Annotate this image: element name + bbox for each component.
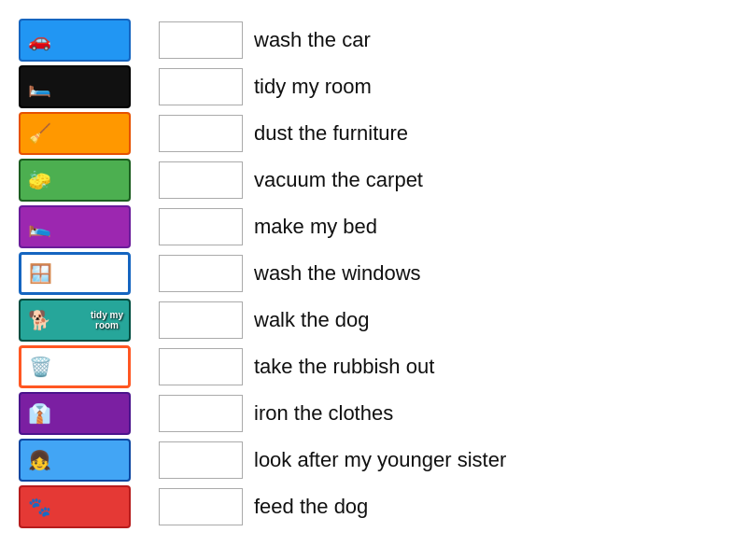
- card-feed-dog[interactable]: 🐾: [19, 485, 131, 528]
- match-row-5: wash the windows: [159, 252, 728, 295]
- image-column: 🚗🛏️🧹🧽🛌🪟🐕tidy my room🗑️👔👧🐾: [19, 19, 140, 528]
- match-row-3: vacuum the carpet: [159, 159, 728, 202]
- match-label-0: wash the car: [254, 28, 371, 52]
- drop-box-3[interactable]: [159, 161, 243, 199]
- match-label-10: feed the dog: [254, 495, 368, 519]
- match-row-10: feed the dog: [159, 485, 728, 528]
- match-row-1: tidy my room: [159, 65, 728, 108]
- match-row-4: make my bed: [159, 205, 728, 248]
- drop-box-4[interactable]: [159, 208, 243, 245]
- match-row-6: walk the dog: [159, 299, 728, 342]
- match-row-9: look after my younger sister: [159, 439, 728, 482]
- drop-box-6[interactable]: [159, 301, 243, 339]
- match-label-6: walk the dog: [254, 308, 370, 332]
- match-row-0: wash the car: [159, 19, 728, 62]
- card-younger-sister[interactable]: 👧: [19, 439, 131, 482]
- match-label-8: iron the clothes: [254, 401, 393, 426]
- drop-box-5[interactable]: [159, 255, 243, 292]
- card-windows[interactable]: 🪟: [19, 252, 131, 295]
- card-tidy-room-dark[interactable]: 🛏️: [19, 65, 131, 108]
- match-label-7: take the rubbish out: [254, 355, 434, 379]
- match-row-7: take the rubbish out: [159, 345, 728, 388]
- match-label-5: wash the windows: [254, 261, 421, 286]
- card-make-bed[interactable]: 🛌: [19, 205, 131, 248]
- drop-box-1[interactable]: [159, 68, 243, 105]
- match-row-8: iron the clothes: [159, 392, 728, 435]
- match-label-9: look after my younger sister: [254, 448, 506, 472]
- drop-box-0[interactable]: [159, 21, 243, 59]
- match-label-4: make my bed: [254, 215, 377, 239]
- match-label-2: dust the furniture: [254, 121, 408, 146]
- drop-box-7[interactable]: [159, 348, 243, 385]
- card-dust[interactable]: 🧹: [19, 112, 131, 155]
- match-column: wash the cartidy my roomdust the furnitu…: [159, 19, 728, 528]
- card-wash-car[interactable]: 🚗: [19, 19, 131, 62]
- card-vacuum[interactable]: 🧽: [19, 159, 131, 202]
- match-row-2: dust the furniture: [159, 112, 728, 155]
- match-label-3: vacuum the carpet: [254, 168, 423, 192]
- drop-box-9[interactable]: [159, 441, 243, 479]
- card-iron[interactable]: 👔: [19, 392, 131, 435]
- drop-box-8[interactable]: [159, 395, 243, 432]
- drop-box-10[interactable]: [159, 488, 243, 525]
- match-label-1: tidy my room: [254, 75, 372, 99]
- card-rubbish[interactable]: 🗑️: [19, 345, 131, 388]
- main-container: 🚗🛏️🧹🧽🛌🪟🐕tidy my room🗑️👔👧🐾 wash the carti…: [19, 19, 728, 528]
- card-walk-dog[interactable]: 🐕tidy my room: [19, 299, 131, 342]
- drop-box-2[interactable]: [159, 115, 243, 152]
